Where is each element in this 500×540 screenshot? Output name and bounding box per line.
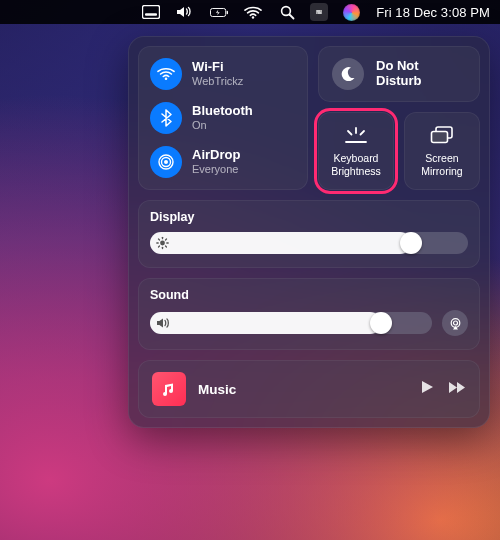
next-track-button[interactable] (448, 380, 466, 398)
bluetooth-toggle[interactable]: Bluetooth On (150, 98, 296, 138)
svg-point-8 (320, 10, 321, 11)
screen-mirroring-icon (430, 124, 454, 146)
sound-slider[interactable] (150, 312, 432, 334)
sound-slider-knob[interactable] (370, 312, 392, 334)
control-center-icon[interactable] (310, 3, 328, 21)
sound-section: Sound (138, 278, 480, 350)
wifi-toggle[interactable]: Wi-Fi WebTrickz (150, 54, 296, 94)
svg-rect-0 (143, 6, 160, 19)
menubar-datetime[interactable]: Fri 18 Dec 3:08 PM (376, 5, 490, 20)
control-center-panel: Wi-Fi WebTrickz Bluetooth On AirDrop (128, 36, 490, 428)
display-slider[interactable] (150, 232, 468, 254)
screen-mirroring-tile[interactable]: Screen Mirroring (404, 112, 480, 190)
battery-charging-icon[interactable] (210, 3, 228, 21)
airdrop-toggle[interactable]: AirDrop Everyone (150, 142, 296, 182)
airdrop-subtitle: Everyone (192, 163, 240, 176)
keyboard-brightness-icon (342, 124, 370, 146)
volume-icon[interactable] (176, 3, 194, 21)
svg-line-6 (289, 14, 293, 18)
spotlight-icon[interactable] (278, 3, 296, 21)
siri-icon[interactable] (342, 3, 360, 21)
display-slider-knob[interactable] (400, 232, 422, 254)
sound-icon (156, 317, 170, 329)
display-section: Display (138, 200, 480, 268)
svg-point-10 (317, 13, 318, 14)
keyboard-brightness-label: Keyboard Brightness (331, 152, 381, 177)
svg-line-17 (348, 131, 352, 135)
music-title: Music (198, 382, 409, 397)
sound-title: Sound (150, 288, 468, 302)
bluetooth-icon (150, 102, 182, 134)
airplay-audio-icon (448, 316, 463, 331)
svg-point-4 (252, 16, 254, 18)
svg-rect-7 (316, 10, 322, 11)
svg-line-18 (361, 131, 365, 135)
svg-rect-3 (227, 10, 228, 13)
wifi-subtitle: WebTrickz (192, 75, 243, 88)
svg-point-12 (164, 160, 168, 164)
svg-rect-9 (316, 12, 322, 13)
menubar: Fri 18 Dec 3:08 PM (0, 0, 500, 24)
music-app-icon (152, 372, 186, 406)
svg-rect-20 (432, 132, 448, 143)
airdrop-title: AirDrop (192, 148, 240, 163)
dnd-label: Do Not Disturb (376, 59, 422, 89)
svg-line-29 (166, 239, 167, 240)
svg-point-11 (165, 78, 168, 81)
svg-line-26 (159, 239, 160, 240)
screen-mirroring-label: Screen Mirroring (421, 152, 462, 177)
svg-line-27 (166, 246, 167, 247)
wifi-icon (150, 58, 182, 90)
keyboard-brightness-tile[interactable]: Keyboard Brightness (318, 112, 394, 190)
wifi-title: Wi-Fi (192, 60, 243, 75)
connectivity-tile: Wi-Fi WebTrickz Bluetooth On AirDrop (138, 46, 308, 190)
brightness-icon (156, 237, 169, 250)
svg-point-30 (453, 321, 457, 325)
airplay-audio-button[interactable] (442, 310, 468, 336)
play-button[interactable] (421, 380, 434, 398)
display-title: Display (150, 210, 468, 224)
display-slider-fill (150, 232, 411, 254)
play-icon (421, 380, 434, 394)
moon-icon (332, 58, 364, 90)
svg-point-21 (160, 241, 165, 246)
svg-line-28 (159, 246, 160, 247)
music-tile[interactable]: Music (138, 360, 480, 418)
dock-preferences-icon[interactable] (142, 3, 160, 21)
svg-rect-1 (145, 13, 157, 16)
wifi-icon[interactable] (244, 3, 262, 21)
bluetooth-title: Bluetooth (192, 104, 253, 119)
bluetooth-subtitle: On (192, 119, 253, 132)
sound-slider-fill (150, 312, 381, 334)
airdrop-icon (150, 146, 182, 178)
fast-forward-icon (448, 381, 466, 394)
do-not-disturb-tile[interactable]: Do Not Disturb (318, 46, 480, 102)
